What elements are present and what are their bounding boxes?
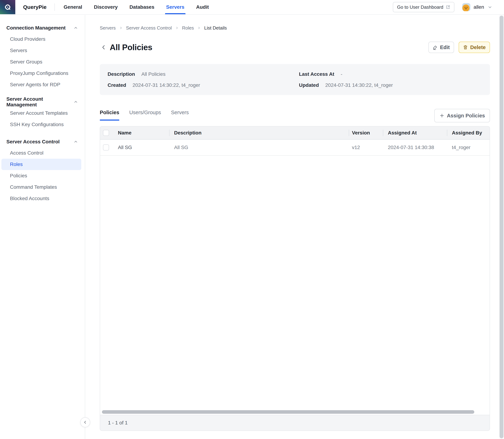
sidebar-section-header-connection-management[interactable]: Connection Management	[0, 22, 85, 34]
horizontal-scrollbar[interactable]	[100, 409, 490, 415]
breadcrumb: Servers Server Access Control Roles List…	[100, 24, 490, 31]
edit-button[interactable]: Edit	[428, 42, 454, 53]
sidebar-item-servers[interactable]: Servers	[0, 45, 85, 56]
chevron-up-icon	[74, 140, 78, 144]
collapse-chevron-left-icon	[83, 420, 87, 424]
nav-right-group: Go to User Dashboard allen	[393, 2, 504, 12]
querypie-logo-icon	[4, 3, 12, 11]
external-link-icon	[446, 5, 450, 9]
sidebar-section-connection-management: Connection Management Cloud Providers Se…	[0, 22, 85, 90]
section-label: Connection Management	[6, 25, 66, 31]
field-created: Created 2024-07-31 14:30:22, t4_roger	[108, 82, 299, 88]
cell-name: All SG	[117, 140, 169, 155]
sidebar-item-server-account-templates[interactable]: Server Account Templates	[0, 108, 85, 119]
field-value: 2024-07-31 14:30:22, t4_roger	[132, 82, 200, 88]
title-row: All Policies Edit	[100, 42, 490, 53]
window-scrollbar-thumb[interactable]	[500, 16, 504, 438]
field-last-access-at: Last Access At -	[299, 71, 482, 77]
section-label: Server Account Management	[6, 96, 74, 108]
sidebar-item-ssh-key-configurations[interactable]: SSH Key Configurations	[0, 119, 85, 130]
assign-policies-button[interactable]: Assign Policies	[434, 109, 490, 122]
select-all-checkbox[interactable]	[103, 130, 109, 136]
field-label: Last Access At	[299, 71, 334, 77]
column-header-name[interactable]: Name	[117, 126, 169, 139]
avatar[interactable]	[462, 3, 470, 11]
policies-table: Name Description Version Assigned At Ass…	[100, 126, 490, 431]
field-value: All Policies	[141, 71, 165, 77]
column-header-description[interactable]: Description	[169, 126, 349, 139]
horizontal-scrollbar-thumb[interactable]	[102, 410, 474, 414]
tab-policies[interactable]: Policies	[100, 109, 119, 121]
sidebar-item-proxyjump-configurations[interactable]: ProxyJump Configurations	[0, 68, 85, 79]
row-checkbox[interactable]	[103, 145, 109, 150]
sidebar-item-blocked-accounts[interactable]: Blocked Accounts	[0, 193, 85, 204]
sidebar-item-command-templates[interactable]: Command Templates	[0, 182, 85, 193]
details-panel: Description All Policies Last Access At …	[100, 64, 490, 95]
edit-button-label: Edit	[440, 45, 450, 50]
sidebar-item-access-control[interactable]: Access Control	[0, 147, 85, 159]
nav-item-audit[interactable]: Audit	[196, 0, 209, 14]
cell-assigned-at: 2024-07-31 14:30:38	[383, 140, 447, 155]
sidebar: Connection Management Cloud Providers Se…	[0, 15, 85, 439]
field-label: Updated	[299, 82, 319, 88]
username[interactable]: allen	[474, 4, 484, 10]
window-scrollbar[interactable]	[499, 15, 504, 439]
top-navigation: QueryPie General Discovery Databases Ser…	[0, 0, 504, 15]
sidebar-item-cloud-providers[interactable]: Cloud Providers	[0, 34, 85, 45]
field-value: -	[341, 71, 342, 77]
tab-servers[interactable]: Servers	[171, 109, 189, 121]
chevron-right-icon	[175, 26, 179, 30]
sidebar-item-policies[interactable]: Policies	[0, 170, 85, 182]
querypie-logo[interactable]	[0, 0, 15, 14]
table-empty-area	[100, 156, 490, 409]
nav-item-servers[interactable]: Servers	[166, 0, 184, 14]
delete-button-label: Delete	[470, 45, 486, 50]
chevron-down-icon[interactable]	[488, 5, 492, 9]
sidebar-section-header-server-access-control[interactable]: Server Access Control	[0, 136, 85, 147]
column-header-assigned-at[interactable]: Assigned At	[383, 126, 447, 139]
column-header-version[interactable]: Version	[349, 126, 383, 139]
header-checkbox-cell	[100, 126, 117, 139]
cell-version: v12	[349, 140, 383, 155]
delete-button[interactable]: Delete	[459, 42, 490, 53]
section-label: Server Access Control	[6, 139, 60, 145]
chevron-right-icon	[197, 26, 201, 30]
breadcrumb-servers[interactable]: Servers	[100, 24, 116, 31]
nav-item-databases[interactable]: Databases	[130, 0, 154, 14]
sidebar-section-server-account-management: Server Account Management Server Account…	[0, 97, 85, 130]
main-content: Servers Server Access Control Roles List…	[85, 15, 504, 439]
field-value: 2024-07-31 14:30:22, t4_roger	[325, 82, 393, 88]
sidebar-collapse-button[interactable]	[80, 417, 90, 427]
field-label: Description	[108, 71, 135, 77]
sidebar-item-roles[interactable]: Roles	[1, 159, 81, 170]
breadcrumb-server-access-control[interactable]: Server Access Control	[126, 24, 172, 31]
dashboard-button-label: Go to User Dashboard	[397, 4, 443, 10]
tabs-row: Policies Users/Groups Servers Assign Pol…	[100, 109, 490, 122]
table-header-row: Name Description Version Assigned At Ass…	[100, 126, 490, 140]
breadcrumb-roles[interactable]: Roles	[182, 24, 194, 31]
table-footer: 1 - 1 of 1	[100, 415, 490, 430]
go-to-user-dashboard-button[interactable]: Go to User Dashboard	[393, 2, 454, 12]
tabs: Policies Users/Groups Servers	[100, 109, 189, 121]
field-description: Description All Policies	[108, 71, 299, 77]
cell-description: All SG	[169, 140, 349, 155]
field-label: Created	[108, 82, 126, 88]
nav-item-general[interactable]: General	[64, 0, 82, 14]
assign-policies-label: Assign Policies	[447, 113, 485, 119]
nav-divider	[54, 3, 55, 11]
cell-assigned-by: t4_roger	[447, 140, 490, 155]
nav-item-discovery[interactable]: Discovery	[94, 0, 118, 14]
sidebar-item-server-agents-for-rdp[interactable]: Server Agents for RDP	[0, 79, 85, 90]
sidebar-section-server-access-control: Server Access Control Access Control Rol…	[0, 136, 85, 204]
sidebar-item-server-groups[interactable]: Server Groups	[0, 56, 85, 68]
row-checkbox-cell	[100, 140, 117, 155]
trash-icon	[463, 45, 468, 50]
column-header-assigned-by[interactable]: Assigned By	[447, 126, 490, 139]
back-button[interactable]	[100, 43, 108, 51]
main-nav: General Discovery Databases Servers Audi…	[64, 0, 209, 14]
brand-name: QueryPie	[23, 4, 47, 10]
pencil-icon	[433, 45, 438, 50]
sidebar-section-header-server-account-management[interactable]: Server Account Management	[0, 97, 85, 108]
table-row[interactable]: All SG All SG v12 2024-07-31 14:30:38 t4…	[100, 140, 490, 156]
tab-users-groups[interactable]: Users/Groups	[129, 109, 161, 121]
